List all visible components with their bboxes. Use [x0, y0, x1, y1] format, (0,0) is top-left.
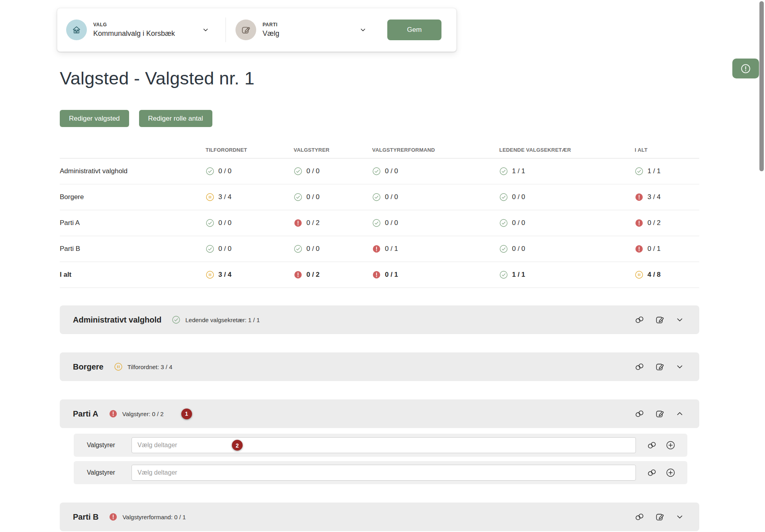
chevron-up-icon[interactable]: [675, 409, 684, 418]
count-value: 0 / 0: [306, 245, 320, 253]
chevron-down-icon[interactable]: [675, 315, 684, 324]
link-button[interactable]: [635, 512, 644, 522]
role-count-cell: 1 / 1: [499, 270, 635, 279]
count-value: 3 / 4: [647, 193, 661, 201]
table-row: Parti A 0 / 0 0 / 2 0 / 0 0 / 0 0 / 2: [60, 210, 699, 236]
row-actions: [647, 440, 675, 450]
role-count-cell: 3 / 4: [635, 193, 699, 201]
table-row: Administrativt valghold 0 / 0 0 / 0 0 / …: [60, 158, 699, 184]
role-count-cell: 0 / 0: [372, 193, 499, 201]
role-count-cell: 0 / 1: [372, 244, 499, 253]
chevron-down-icon[interactable]: [359, 26, 367, 34]
edit-button[interactable]: [655, 362, 665, 372]
count-value: 0 / 2: [647, 219, 661, 227]
alert-circle-icon: [294, 219, 302, 227]
info-button[interactable]: [732, 59, 759, 78]
scrollbar: [757, 0, 765, 532]
count-value: 0 / 0: [512, 245, 525, 253]
column-header: LEDENDE VALGSEKRETÆR: [499, 147, 635, 153]
save-button[interactable]: Gem: [387, 20, 441, 40]
parti-label: PARTI: [263, 22, 279, 27]
section-header[interactable]: Administrativt valghold Ledende valgsekr…: [60, 305, 699, 334]
edit-rolle-antal-button[interactable]: Rediger rolle antal: [139, 110, 212, 127]
check-circle-icon: [206, 244, 214, 253]
check-circle-icon: [294, 193, 302, 201]
edit-button[interactable]: [655, 512, 665, 522]
page-title: Valgsted - Valgsted nr. 1: [60, 68, 765, 88]
check-circle-icon: [372, 167, 381, 176]
chevron-down-icon[interactable]: [675, 512, 684, 521]
count-value: 0 / 0: [385, 219, 398, 227]
valg-label: VALG: [93, 22, 175, 27]
section-summary-text: Valgstyrerformand: 0 / 1: [122, 514, 186, 520]
role-label: Valgstyrer: [87, 469, 131, 476]
section-header[interactable]: Parti A Valgstyrer: 0 / 2 1: [60, 399, 699, 428]
table-row: I alt 3 / 4 0 / 2 0 / 1 1 / 1 4 / 8: [60, 262, 699, 288]
alert-circle-icon: [635, 244, 643, 253]
group-sections: Administrativt valghold Ledende valgsekr…: [60, 305, 699, 531]
section-actions: [635, 409, 684, 419]
link-button[interactable]: [635, 409, 644, 419]
count-value: 0 / 0: [385, 167, 398, 175]
role-count-cell: 0 / 2: [294, 219, 372, 227]
section-actions: [635, 315, 684, 325]
section-header[interactable]: Parti B Valgstyrerformand: 0 / 1: [60, 503, 699, 531]
section-header[interactable]: Borgere Tilforordnet: 3 / 4: [60, 352, 699, 381]
count-value: 1 / 1: [512, 271, 525, 279]
link-button[interactable]: [635, 315, 644, 325]
section-actions: [635, 362, 684, 372]
add-participant-button[interactable]: [666, 468, 675, 477]
column-header: VALGSTYRER: [294, 147, 372, 153]
link-button[interactable]: [635, 362, 644, 372]
chevron-down-icon[interactable]: [675, 362, 684, 371]
alert-circle-icon: [109, 512, 118, 521]
scrollbar-thumb[interactable]: [759, 1, 764, 171]
section-summary: Tilforordnet: 3 / 4: [114, 362, 173, 371]
check-circle-icon: [294, 244, 302, 253]
add-participant-button[interactable]: [666, 440, 675, 450]
alert-circle-icon: [372, 270, 381, 279]
group-section: Administrativt valghold Ledende valgsekr…: [60, 305, 699, 334]
link-button[interactable]: [647, 468, 657, 477]
section-rows: Valgstyrer 2 Valgstyrer: [74, 434, 687, 484]
role-count-cell: 0 / 0: [294, 244, 372, 253]
parti-selector[interactable]: PARTI Vælg: [235, 20, 367, 40]
role-count-cell: 0 / 1: [372, 270, 499, 279]
role-count-cell: 0 / 0: [206, 244, 294, 253]
count-value: 0 / 0: [512, 193, 525, 201]
section-summary-text: Valgstyrer: 0 / 2: [122, 411, 164, 417]
alert-circle-icon: [635, 193, 643, 201]
role-count-cell: 0 / 0: [206, 219, 294, 227]
count-value: 0 / 0: [218, 167, 231, 175]
count-value: 0 / 1: [647, 245, 661, 253]
page-actions: Rediger valgsted Rediger rolle antal: [60, 110, 765, 127]
role-count-cell: 0 / 0: [499, 219, 635, 227]
participant-select-input[interactable]: [131, 465, 636, 481]
check-circle-icon: [635, 167, 643, 176]
edit-button[interactable]: [655, 409, 665, 419]
pause-circle-icon: [206, 270, 214, 279]
count-value: 3 / 4: [218, 271, 231, 279]
compose-icon: [235, 20, 256, 40]
link-button[interactable]: [647, 440, 657, 450]
row-label: Parti A: [60, 219, 206, 227]
chevron-down-icon[interactable]: [202, 26, 210, 34]
section-summary: Valgstyrerformand: 0 / 1: [109, 512, 186, 521]
valg-selector[interactable]: VALG Kommunalvalg i Korsbæk: [66, 20, 210, 40]
edit-button[interactable]: [655, 315, 665, 325]
count-value: 0 / 2: [306, 271, 320, 279]
role-label: Valgstyrer: [87, 442, 131, 449]
count-value: 4 / 8: [647, 271, 661, 279]
group-section: Parti B Valgstyrerformand: 0 / 1: [60, 503, 699, 531]
participant-select-input[interactable]: [131, 437, 636, 453]
role-count-cell: 1 / 1: [635, 167, 699, 176]
role-count-cell: 1 / 1: [499, 167, 635, 176]
edit-valgsted-button[interactable]: Rediger valgsted: [60, 110, 129, 127]
count-value: 0 / 0: [306, 193, 320, 201]
role-count-cell: 0 / 0: [206, 167, 294, 176]
group-section: Parti A Valgstyrer: 0 / 2 1 Valgstyrer 2: [60, 399, 699, 484]
alert-circle-icon: [635, 219, 643, 227]
role-count-cell: 0 / 2: [294, 270, 372, 279]
role-count-cell: 0 / 0: [294, 193, 372, 201]
pause-circle-icon: [635, 270, 643, 279]
